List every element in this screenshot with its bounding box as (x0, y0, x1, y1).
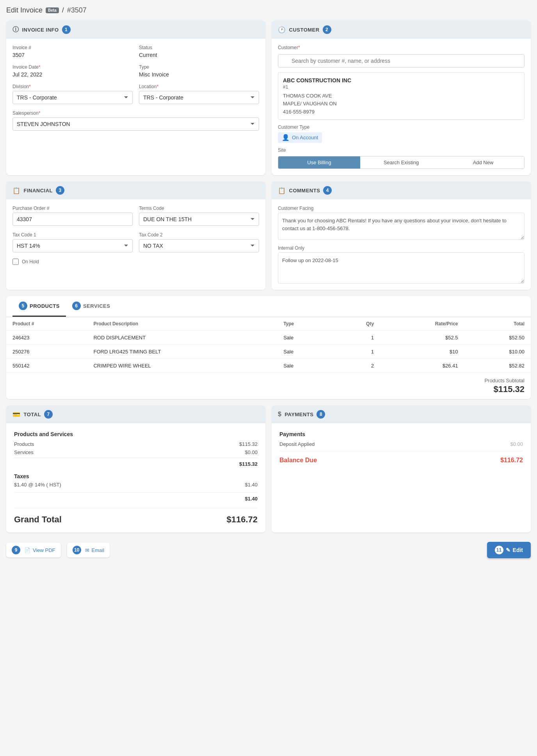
divider: / (62, 6, 64, 14)
status-group: Status Current (139, 45, 259, 58)
invoice-number: #3507 (67, 6, 87, 14)
use-billing-button[interactable]: Use Billing (278, 156, 360, 169)
tax-subtotal: $1.40 (245, 496, 258, 502)
on-account-badge: 👤 On Account (278, 132, 322, 143)
grand-total-line: Grand Total $116.72 (14, 508, 258, 525)
tab-products[interactable]: 5 PRODUCTS (12, 296, 66, 317)
view-pdf-button[interactable]: 9 📄 View PDF (6, 543, 61, 557)
comments-step: 4 (323, 186, 332, 195)
products-services-label: Products and Services (14, 431, 258, 437)
edit-button[interactable]: 11 ✎ Edit (487, 542, 531, 558)
required-star: * (29, 84, 31, 89)
col-qty: Qty (332, 317, 381, 331)
comments-header: 📋 COMMENTS 4 (272, 181, 531, 199)
product-total: $52.82 (464, 359, 531, 373)
email-icon: ✉ (85, 547, 89, 553)
required-star: * (298, 45, 300, 50)
col-type: Type (277, 317, 332, 331)
tab-services[interactable]: 6 SERVICES (66, 296, 117, 317)
customer-phone: 416-555-8979 (283, 109, 519, 115)
services-label: Services (14, 449, 34, 455)
status-value: Current (139, 52, 259, 58)
product-rate: $52.5 (380, 331, 464, 345)
col-rate: Rate/Price (380, 317, 464, 331)
payments-body: Payments Deposit Applied $0.00 Balance D… (272, 423, 531, 472)
customer-id: #1 (283, 84, 519, 90)
financial-icon: 📋 (12, 187, 21, 194)
subtotal-amount: $115.32 (12, 384, 525, 394)
invoice-date-group: Invoice Date* Jul 22, 2022 (12, 64, 133, 78)
table-row: 246423 ROD DISPLACEMENT Sale 1 $52.5 $52… (6, 331, 531, 345)
email-label: Email (92, 547, 105, 553)
products-table: Product # Product Description Type Qty R… (6, 317, 531, 373)
grand-total-label: Grand Total (14, 515, 62, 525)
invoice-num-value: 3507 (12, 52, 133, 58)
balance-due-line: Balance Due $116.72 (279, 451, 523, 464)
customer-info-box: ABC CONSTRUCTION INC #1 THOMAS COOK AVE … (278, 72, 525, 120)
invoice-num-group: Invoice # 3507 (12, 45, 133, 58)
invoice-info-title: INVOICE INFO (22, 27, 59, 33)
invoice-num-label: Invoice # (12, 45, 133, 50)
tax2-group: Tax Code 2 NO TAX (139, 232, 259, 252)
tax1-label: Tax Code 1 (12, 232, 133, 238)
customer-facing-textarea[interactable]: Thank you for choosing ABC Rentals! If y… (278, 213, 525, 240)
products-value: $115.32 (239, 441, 258, 447)
col-description: Product Description (87, 317, 277, 331)
invoice-date-value: Jul 22, 2022 (12, 71, 133, 78)
product-rate: $26.41 (380, 359, 464, 373)
products-total-line: Products $115.32 (14, 441, 258, 447)
page-title: Edit Invoice (6, 6, 43, 14)
customer-search-input[interactable] (278, 54, 525, 67)
on-hold-row: On Hold (12, 259, 259, 265)
product-type: Sale (277, 359, 332, 373)
required-star: * (39, 110, 41, 116)
table-row: 550142 CRIMPED WIRE WHEEL Sale 2 $26.41 … (6, 359, 531, 373)
products-services-section: 5 PRODUCTS 6 SERVICES Product # Product … (6, 296, 531, 399)
products-subtotal-row: Products Subtotal $115.32 (6, 373, 531, 399)
total-icon: 💳 (12, 411, 21, 418)
tax1-select[interactable]: HST 14% (12, 239, 133, 252)
payments-title: PAYMENTS (285, 412, 313, 417)
services-tab-label: SERVICES (83, 303, 110, 309)
site-label: Site (278, 147, 525, 153)
salesperson-group: Salesperson* STEVEN JOHNSTON (12, 110, 259, 131)
required-star: * (39, 64, 41, 70)
invoice-info-section: ⓘ INVOICE INFO 1 Invoice # 3507 Status C… (6, 21, 265, 175)
type-label: Type (139, 64, 259, 70)
total-body: Products and Services Products $115.32 S… (6, 423, 265, 532)
salesperson-select[interactable]: STEVEN JOHNSTON (12, 117, 259, 131)
services-tab-step: 6 (72, 302, 81, 310)
terms-select[interactable]: DUE ON THE 15TH (139, 213, 259, 226)
product-num: 550142 (6, 359, 87, 373)
product-qty: 1 (332, 331, 381, 345)
email-button[interactable]: 10 ✉ Email (67, 543, 110, 557)
division-select[interactable]: TRS - Corporate (12, 91, 133, 104)
customer-type-label: Customer Type (278, 124, 525, 130)
comments-title: COMMENTS (289, 188, 320, 193)
customer-address-line1: THOMAS COOK AVE (283, 92, 519, 100)
on-hold-checkbox[interactable] (12, 259, 19, 265)
total-step: 7 (44, 410, 53, 419)
search-existing-button[interactable]: Search Existing (360, 156, 442, 169)
footer-bar: 9 📄 View PDF 10 ✉ Email 11 ✎ Edit (6, 539, 531, 561)
info-icon: ⓘ (12, 26, 19, 34)
location-select[interactable]: TRS - Corporate (139, 91, 259, 104)
customer-title: CUSTOMER (289, 27, 320, 33)
on-account-label: On Account (292, 135, 318, 140)
products-tab-label: PRODUCTS (30, 303, 60, 309)
tax2-select[interactable]: NO TAX (139, 239, 259, 252)
tax2-label: Tax Code 2 (139, 232, 259, 238)
on-hold-label: On Hold (22, 259, 39, 264)
product-total: $52.50 (464, 331, 531, 345)
product-qty: 1 (332, 345, 381, 359)
salesperson-label: Salesperson* (12, 110, 259, 116)
payments-icon: $ (278, 411, 281, 418)
po-input[interactable] (12, 213, 133, 226)
invoice-info-header: ⓘ INVOICE INFO 1 (6, 21, 265, 39)
payments-header: $ PAYMENTS 8 (272, 405, 531, 423)
customer-icon: 🕐 (278, 26, 286, 34)
payments-section: $ PAYMENTS 8 Payments Deposit Applied $0… (272, 405, 531, 532)
add-new-button[interactable]: Add New (442, 156, 524, 169)
subtotal-value: $115.32 (239, 461, 258, 467)
internal-textarea[interactable]: Follow up on 2022-08-15 (278, 252, 525, 284)
